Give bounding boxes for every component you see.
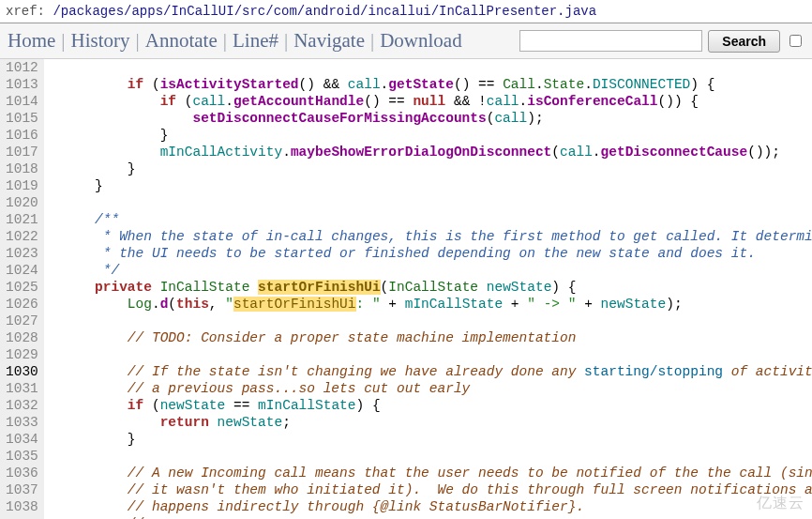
line-number[interactable]: 1035: [6, 448, 38, 465]
code-line: // happens indirectly through {@link Sta…: [46, 499, 584, 514]
separator: |: [284, 29, 288, 53]
line-number[interactable]: 1017: [6, 144, 38, 160]
separator: |: [136, 29, 140, 53]
separator: |: [61, 29, 65, 53]
line-link[interactable]: Line#: [233, 29, 278, 53]
line-number[interactable]: 1012: [6, 59, 38, 76]
line-number[interactable]: 1023: [6, 245, 38, 262]
code-line: if (isActivityStarted() && call.getState…: [46, 77, 715, 92]
history-link[interactable]: History: [71, 29, 130, 53]
navigate-link[interactable]: Navigate: [293, 29, 365, 53]
line-number[interactable]: 1018: [6, 160, 38, 177]
code-line: mInCallActivity.maybeShowErrorDialogOnDi…: [46, 145, 780, 160]
line-number[interactable]: 1029: [6, 346, 38, 363]
code-line: if (call.getAccountHandle() == null && !…: [46, 94, 699, 109]
code-line: }: [46, 128, 169, 143]
line-number[interactable]: 1015: [6, 110, 38, 127]
code-line: if (newState == mInCallState) {: [46, 398, 381, 413]
code-line: * the UI needs to be started or finished…: [46, 246, 756, 261]
line-number[interactable]: 1021: [6, 211, 38, 228]
code-line: }: [46, 178, 103, 193]
search-button[interactable]: Search: [708, 30, 780, 53]
line-number[interactable]: 1024: [6, 262, 38, 279]
line-number[interactable]: 1022: [6, 228, 38, 245]
separator: |: [223, 29, 227, 53]
code-line: private InCallState startOrFinishUi(InCa…: [46, 280, 577, 295]
line-number[interactable]: 1019: [6, 177, 38, 194]
line-number[interactable]: 1032: [6, 397, 38, 414]
download-link[interactable]: Download: [380, 29, 462, 53]
code-line: */: [46, 263, 119, 278]
toolbar: Home | History | Annotate | Line# | Navi…: [0, 23, 812, 59]
line-number[interactable]: 1026: [6, 296, 38, 313]
code-line: // If the state isn't changing we have a…: [46, 364, 812, 379]
xref-label: xref:: [6, 4, 53, 19]
line-number[interactable]: 1014: [6, 93, 38, 110]
line-number[interactable]: 1027: [6, 313, 38, 329]
line-number[interactable]: 1034: [6, 431, 38, 448]
line-number[interactable]: 1033: [6, 414, 38, 431]
line-number[interactable]: 1038: [6, 498, 38, 515]
code-line: // it wasn't them who initiated it). We …: [46, 482, 812, 497]
xref-path[interactable]: /packages/apps/InCallUI/src/com/android/…: [53, 4, 596, 19]
xref-breadcrumb: xref: /packages/apps/InCallUI/src/com/an…: [0, 0, 812, 23]
line-number[interactable]: 1020: [6, 194, 38, 211]
code-line: // TODO: Consider a proper state machine…: [46, 330, 577, 345]
home-link[interactable]: Home: [8, 29, 55, 53]
code-line: }: [46, 161, 136, 176]
line-number[interactable]: 1037: [6, 481, 38, 498]
code-line: setDisconnectCauseForMissingAccounts(cal…: [46, 111, 544, 126]
annotate-link[interactable]: Annotate: [145, 29, 218, 53]
code-line: }: [46, 432, 136, 447]
line-number-gutter[interactable]: 1012101310141015101610171018101910201021…: [0, 59, 44, 519]
source-code[interactable]: if (isActivityStarted() && call.getState…: [44, 59, 812, 519]
line-number[interactable]: 1028: [6, 329, 38, 346]
line-number[interactable]: 1025: [6, 279, 38, 296]
code-line: Log.d(this, "startOrFinishUi: " + mInCal…: [46, 297, 683, 312]
code-line: // a previous pass...so lets cut out ear…: [46, 381, 470, 396]
search-checkbox[interactable]: [789, 35, 802, 47]
search-input[interactable]: [519, 30, 702, 52]
separator: |: [370, 29, 374, 53]
code-line: /**: [46, 212, 119, 227]
line-number[interactable]: 1013: [6, 76, 38, 93]
code-line: // A new Incoming call means that the us…: [46, 466, 812, 481]
code-line: return newState;: [46, 415, 291, 430]
line-number[interactable]: 1036: [6, 465, 38, 481]
line-number[interactable]: 1030: [6, 363, 38, 380]
line-number[interactable]: 1016: [6, 127, 38, 144]
code-viewer: 1012101310141015101610171018101910201021…: [0, 59, 812, 519]
line-number[interactable]: 1031: [6, 380, 38, 397]
code-line: * When the state of in-call changes, thi…: [46, 229, 812, 244]
